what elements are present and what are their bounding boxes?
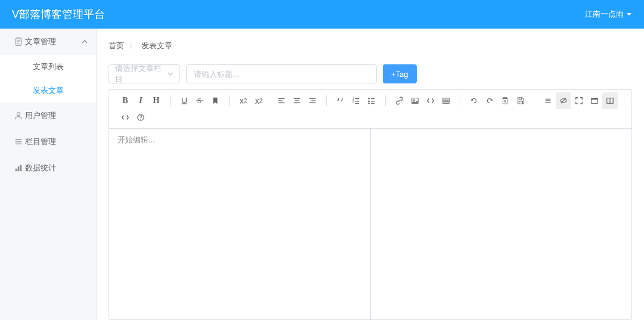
sidebar-item-label: 用户管理 xyxy=(25,110,56,121)
document-icon xyxy=(14,38,23,46)
table-button[interactable] xyxy=(438,92,454,109)
redo-button[interactable] xyxy=(482,92,497,109)
svg-point-4 xyxy=(17,113,20,116)
add-tag-button[interactable]: +Tag xyxy=(383,64,417,83)
editor-preview xyxy=(371,129,632,319)
editor-textarea[interactable]: 开始编辑... xyxy=(109,129,371,319)
bold-button[interactable]: B xyxy=(117,92,133,109)
svg-rect-35 xyxy=(443,98,450,104)
save-button[interactable] xyxy=(513,92,528,109)
sidebar-item-label: 数据统计 xyxy=(25,163,56,173)
sidebar-item-stats[interactable]: 数据统计 xyxy=(0,155,96,181)
breadcrumb: 首页 〉 发表文章 xyxy=(109,36,632,56)
align-left-button[interactable] xyxy=(274,92,289,109)
svg-point-29 xyxy=(368,102,370,104)
select-placeholder: 请选择文章栏目 xyxy=(115,63,167,85)
read-mode-button[interactable] xyxy=(587,92,602,109)
sidebar-item-articles[interactable]: 文章管理 xyxy=(0,29,96,55)
undo-button[interactable] xyxy=(466,92,482,109)
sidebar-item-categories[interactable]: 栏目管理 xyxy=(0,129,96,155)
breadcrumb-home[interactable]: 首页 xyxy=(109,41,124,51)
sidebar-item-users[interactable]: 用户管理 xyxy=(0,102,96,129)
menu-icon-button[interactable] xyxy=(540,92,556,109)
link-button[interactable] xyxy=(392,92,407,109)
app-title: V部落博客管理平台 xyxy=(12,7,105,21)
align-center-button[interactable] xyxy=(289,92,305,109)
sidebar-subitem-publish-article[interactable]: 发表文章 xyxy=(0,79,96,102)
sidebar-item-label: 栏目管理 xyxy=(25,136,56,147)
svg-rect-8 xyxy=(16,169,17,171)
preview-toggle-button[interactable] xyxy=(556,92,571,109)
editor-placeholder: 开始编辑... xyxy=(117,135,155,144)
code-button[interactable] xyxy=(423,92,438,109)
svg-point-28 xyxy=(368,101,370,102)
user-menu[interactable]: 江南一点雨 xyxy=(585,9,632,20)
form-row: 请选择文章栏目 +Tag xyxy=(109,64,632,83)
main-content: 首页 〉 发表文章 请选择文章栏目 +Tag B I H xyxy=(97,29,644,320)
title-input[interactable] xyxy=(186,64,377,83)
trash-button[interactable] xyxy=(497,92,513,109)
user-icon xyxy=(14,111,23,120)
sidebar-item-label: 文章列表 xyxy=(33,61,64,72)
quote-button[interactable] xyxy=(333,92,348,109)
svg-point-49 xyxy=(140,119,141,119)
breadcrumb-current: 发表文章 xyxy=(141,41,172,51)
svg-point-34 xyxy=(413,100,415,101)
ordered-list-button[interactable]: 12 xyxy=(348,92,364,109)
sidebar-item-label: 文章管理 xyxy=(25,36,56,47)
heading-button[interactable]: H xyxy=(148,92,164,109)
help-button[interactable] xyxy=(133,109,148,126)
chart-icon xyxy=(14,164,23,172)
list-icon xyxy=(14,138,23,146)
user-name: 江南一点雨 xyxy=(585,9,624,20)
split-view-button[interactable] xyxy=(602,92,618,109)
app-header: V部落博客管理平台 江南一点雨 xyxy=(0,0,644,29)
svg-text:2: 2 xyxy=(352,100,354,103)
markdown-editor: B I H S x2 x2 xyxy=(109,89,632,320)
editor-toolbar: B I H S x2 x2 xyxy=(109,90,631,129)
svg-rect-10 xyxy=(20,165,22,172)
fullscreen-button[interactable] xyxy=(571,92,587,109)
html-code-button[interactable] xyxy=(117,109,133,126)
svg-rect-9 xyxy=(18,166,20,171)
svg-rect-45 xyxy=(592,98,598,100)
subscript-button[interactable]: x2 xyxy=(251,92,267,109)
unordered-list-button[interactable] xyxy=(364,92,379,109)
image-button[interactable] xyxy=(407,92,423,109)
superscript-button[interactable]: x2 xyxy=(236,92,251,109)
align-right-button[interactable] xyxy=(305,92,320,109)
underline-button[interactable] xyxy=(177,92,192,109)
strikethrough-button[interactable]: S xyxy=(192,92,208,109)
chevron-down-icon xyxy=(626,11,632,17)
sidebar-subitem-article-list[interactable]: 文章列表 xyxy=(0,55,96,79)
svg-point-27 xyxy=(368,98,370,100)
category-select[interactable]: 请选择文章栏目 xyxy=(109,64,180,83)
bookmark-button[interactable] xyxy=(208,92,223,109)
sidebar-item-label: 发表文章 xyxy=(33,85,64,96)
chevron-down-icon xyxy=(167,70,174,77)
italic-button[interactable]: I xyxy=(133,92,148,109)
chevron-right-icon: 〉 xyxy=(129,41,137,51)
chevron-up-icon xyxy=(82,39,88,45)
sidebar: 文章管理 文章列表 发表文章 用户管理 栏目管理 数据统计 xyxy=(0,29,97,320)
